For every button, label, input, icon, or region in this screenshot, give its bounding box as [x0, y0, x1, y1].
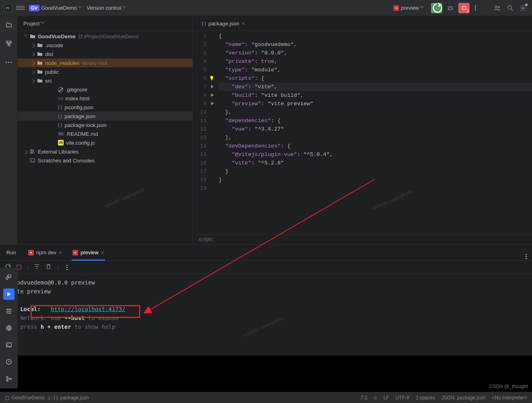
- ide-logo: PC: [4, 4, 12, 12]
- svg-point-4: [522, 7, 524, 9]
- status-bar: ▢ GoodVueDemo { } package.json 7:1 ⦸ LF …: [0, 392, 532, 403]
- status-file[interactable]: package.json: [60, 395, 89, 401]
- project-name: GoodVueDemo: [41, 5, 77, 11]
- tree-item[interactable]: JSvite.config.js: [18, 138, 193, 147]
- npm-icon: n: [72, 250, 78, 256]
- local-url-link[interactable]: http://localhost:4173/: [51, 306, 125, 312]
- code-with-me-icon[interactable]: [493, 3, 502, 13]
- svg-point-3: [508, 6, 511, 9]
- indent[interactable]: 2 spaces: [416, 395, 435, 401]
- svg-rect-6: [10, 41, 11, 43]
- titlebar: PC GV GoodVueDemo Version control n prev…: [0, 0, 532, 16]
- caret-pos[interactable]: 7:1: [360, 395, 367, 401]
- scratches-consoles[interactable]: Scratches and Consoles: [18, 156, 193, 165]
- tree-root[interactable]: GoodVueDemo D:\Project\GoodVueDemo: [18, 32, 193, 41]
- python-packages-icon[interactable]: [3, 322, 14, 334]
- external-libraries[interactable]: External Libraries: [18, 147, 193, 156]
- tree-item[interactable]: M↓README.md: [18, 129, 193, 138]
- services-icon[interactable]: [3, 305, 14, 317]
- debug-button[interactable]: [445, 3, 455, 13]
- tree-item[interactable]: .vscode: [18, 41, 193, 50]
- filter-icon[interactable]: [34, 264, 40, 271]
- more-tools-icon[interactable]: [3, 56, 14, 68]
- readonly-icon[interactable]: ⦸: [374, 395, 377, 401]
- project-header[interactable]: Project: [18, 16, 193, 31]
- vcs-icon[interactable]: [3, 373, 14, 384]
- tree-item[interactable]: src: [18, 76, 193, 85]
- interpreter[interactable]: <No interpreter>: [492, 395, 527, 401]
- svg-rect-7: [8, 44, 10, 46]
- structure-tool-icon[interactable]: [3, 38, 14, 49]
- svg-point-2: [498, 6, 500, 8]
- run-config-selector[interactable]: n preview: [390, 3, 428, 12]
- bottom-tool-rail: [0, 268, 18, 388]
- npm-icon: n: [28, 250, 34, 256]
- tree-item[interactable]: node_modules library root: [18, 58, 193, 67]
- tree-item[interactable]: dist: [18, 50, 193, 58]
- editor-breadcrumb[interactable]: scripts: [193, 235, 532, 244]
- editor-tabs: { } package.json ×: [193, 16, 532, 31]
- tree-item[interactable]: { }package-lock.json: [18, 120, 193, 129]
- tree-item[interactable]: public: [18, 67, 193, 76]
- terminal-icon[interactable]: [3, 339, 14, 351]
- code-area[interactable]: 12345678910111213141516171819 { "name": …: [193, 31, 532, 235]
- run-title: Run: [6, 249, 16, 256]
- svg-point-15: [6, 380, 8, 381]
- svg-point-16: [10, 378, 11, 380]
- svg-rect-5: [6, 41, 8, 43]
- trash-icon[interactable]: [46, 264, 52, 271]
- csdn-watermark: CSDN @_thought: [489, 384, 528, 389]
- npm-icon: n: [393, 5, 399, 11]
- svg-rect-9: [32, 150, 33, 154]
- search-icon[interactable]: [505, 3, 515, 13]
- run-tab-preview[interactable]: n preview ×: [68, 245, 108, 261]
- main-menu-icon[interactable]: [16, 4, 25, 12]
- project-selector[interactable]: GV GoodVueDemo: [29, 5, 83, 11]
- file-lang[interactable]: JSON: package.json: [441, 395, 485, 401]
- run-tool-window: Run n npm dev × n preview × | | > > good…: [0, 244, 532, 355]
- run-toolbar: | |: [0, 260, 532, 274]
- svg-point-0: [449, 7, 452, 10]
- project-tree: GoodVueDemo D:\Project\GoodVueDemo .vsco…: [18, 31, 193, 165]
- line-sep[interactable]: LF: [383, 395, 389, 401]
- problems-icon[interactable]: [3, 356, 14, 368]
- close-tab-icon[interactable]: ×: [242, 20, 245, 27]
- console-output[interactable]: > > goodvuedemo@0.0.0 previewgoodvuedemo…: [0, 274, 532, 355]
- json-icon: { }: [202, 21, 206, 26]
- tree-item[interactable]: { }package.json: [18, 112, 193, 120]
- run-button[interactable]: [431, 3, 442, 13]
- close-icon[interactable]: ×: [59, 249, 62, 256]
- project-tool-window: Project GoodVueDemo D:\Project\GoodVueDe…: [18, 16, 193, 244]
- run-tab-npm-dev[interactable]: n npm dev ×: [24, 245, 66, 261]
- toolbar-more-icon[interactable]: [64, 263, 70, 272]
- tree-item[interactable]: { }jsconfig.json: [18, 103, 193, 112]
- tree-item[interactable]: .gitignore: [18, 85, 193, 94]
- settings-icon[interactable]: [518, 3, 528, 13]
- python-console-icon[interactable]: [3, 272, 14, 283]
- svg-point-14: [6, 376, 8, 378]
- left-tool-rail: [0, 16, 18, 244]
- status-project[interactable]: GoodVueDemo: [12, 395, 45, 401]
- project-tool-icon[interactable]: [3, 19, 14, 31]
- editor: { } package.json × 123456789101112131415…: [193, 16, 532, 244]
- encoding[interactable]: UTF-8: [395, 395, 409, 401]
- svg-rect-8: [31, 150, 32, 154]
- close-icon[interactable]: ×: [101, 249, 104, 256]
- project-badge: GV: [29, 5, 39, 11]
- vcs-menu[interactable]: Version control: [87, 5, 127, 11]
- svg-point-1: [495, 6, 497, 8]
- editor-tab[interactable]: { } package.json ×: [198, 16, 249, 31]
- run-icon[interactable]: [3, 289, 14, 300]
- run-more-icon[interactable]: [524, 252, 529, 261]
- tree-item[interactable]: <>index.html: [18, 94, 193, 103]
- more-actions-icon[interactable]: [473, 3, 478, 12]
- stop-button[interactable]: 2: [458, 3, 470, 13]
